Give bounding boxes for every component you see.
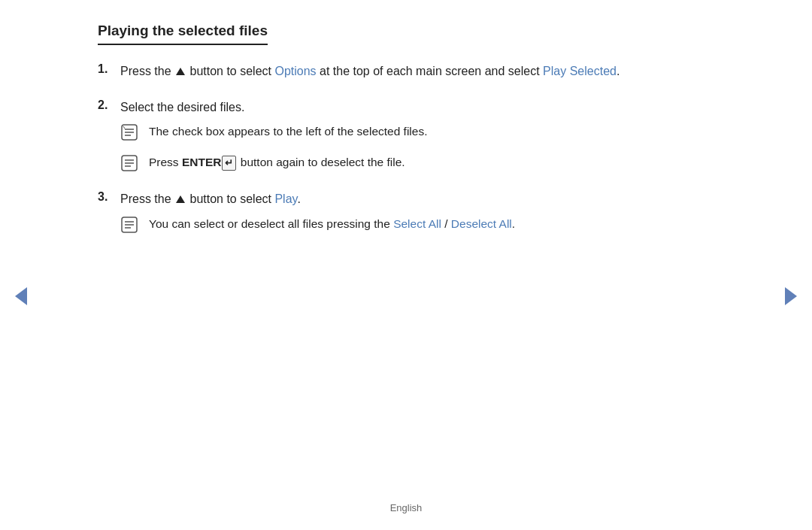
nav-arrow-right[interactable]: [783, 286, 798, 310]
select-all-link: Select All: [393, 217, 441, 230]
triangle-up-icon-1: [176, 68, 185, 75]
enter-key-icon: ↵: [222, 156, 236, 171]
step-number-1: 1.: [98, 62, 120, 76]
enter-bold: ENTER: [182, 156, 222, 168]
steps-list: 1. Press the button to select Options at…: [98, 62, 714, 240]
step-3-note-1: You can select or deselect all files pre…: [120, 215, 714, 240]
play-link: Play: [274, 192, 297, 205]
step-2-note-1-text: The check box appears to the left of the…: [149, 123, 428, 141]
deselect-all-link: Deselect All: [451, 217, 512, 230]
step-2-text: Select the desired files.: [120, 98, 714, 117]
nav-arrow-left[interactable]: [14, 286, 29, 310]
triangle-up-icon-2: [176, 195, 185, 203]
step-number-3: 3.: [98, 189, 120, 204]
step-2-content: Select the desired files. The check box …: [120, 98, 714, 178]
step-2-note-2: Press ENTER↵ button again to deselect th…: [120, 153, 714, 178]
svg-marker-13: [785, 287, 797, 305]
note-icon-2: [120, 154, 143, 178]
note-icon-3: [120, 216, 143, 240]
options-link: Options: [274, 65, 316, 77]
step-3: 3. Press the button to select Play.: [98, 189, 714, 239]
step-1-text: Press the button to select Options at th…: [120, 62, 714, 81]
step-3-content: Press the button to select Play. You can: [120, 189, 714, 239]
step-1: 1. Press the button to select Options at…: [98, 62, 714, 86]
step-2-note-2-text: Press ENTER↵ button again to deselect th…: [149, 153, 405, 172]
step-number-2: 2.: [98, 98, 120, 112]
note-icon-1: [120, 123, 143, 147]
step-3-note-1-text: You can select or deselect all files pre…: [149, 215, 515, 234]
main-content: Playing the selected files 1. Press the …: [38, 0, 774, 274]
play-selected-link: Play Selected: [543, 65, 617, 77]
svg-marker-12: [15, 287, 27, 305]
step-3-text: Press the button to select Play.: [120, 189, 714, 209]
step-2-note-1: The check box appears to the left of the…: [120, 123, 714, 147]
step-1-content: Press the button to select Options at th…: [120, 62, 714, 86]
page-title: Playing the selected files: [98, 23, 268, 45]
step-2: 2. Select the desired files. The: [98, 98, 714, 178]
footer-language: English: [390, 502, 423, 513]
